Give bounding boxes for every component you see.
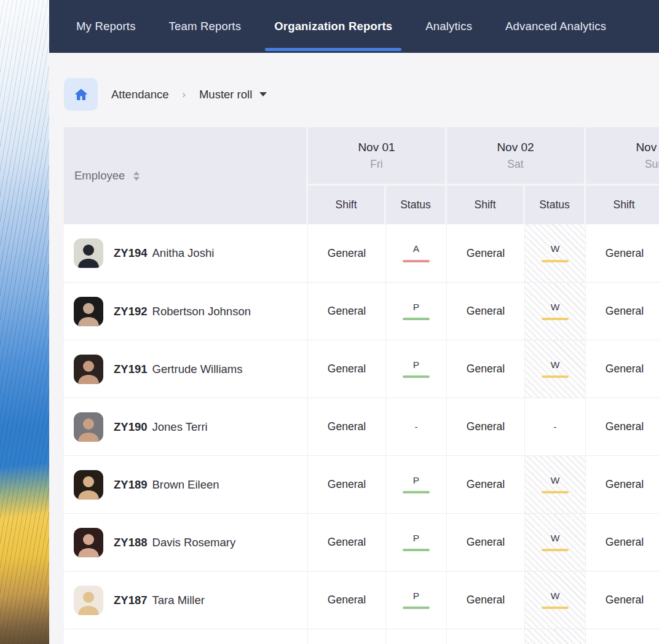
status-cell: P	[386, 340, 447, 398]
employee-id: ZY190	[114, 420, 148, 434]
status-cell: W	[525, 340, 586, 398]
employee-cell[interactable]: ZY187 Tara Miller	[64, 571, 308, 629]
status-cell: -	[525, 398, 586, 455]
breadcrumb-muster-roll[interactable]: Muster roll	[199, 88, 252, 101]
sort-icon[interactable]	[133, 171, 140, 181]
shift-cell: General	[447, 282, 525, 340]
status-cell: P	[386, 282, 447, 340]
shift-cell: General	[586, 455, 659, 513]
employee-cell[interactable]: ZY194 Anitha Joshi	[64, 224, 308, 282]
home-icon	[73, 87, 89, 103]
employee-name: Tara Miller	[152, 594, 205, 607]
status-cell: -	[386, 398, 447, 455]
shift-subheader: Shift	[308, 186, 386, 224]
home-button[interactable]	[64, 78, 98, 111]
tab-advanced-analytics[interactable]: Advanced Analytics	[505, 0, 606, 53]
status-cell: P	[386, 571, 447, 629]
avatar	[74, 470, 103, 500]
status-underline	[403, 549, 430, 551]
shift-cell: General	[308, 455, 386, 513]
status-underline	[403, 607, 430, 609]
employee-id: ZY194	[114, 246, 148, 260]
tab-my-reports[interactable]: My Reports	[76, 0, 136, 53]
tab-team-reports[interactable]: Team Reports	[169, 0, 242, 53]
status-letter: W	[551, 244, 560, 254]
shift-cell: General	[586, 513, 659, 571]
status-cell: P	[386, 455, 447, 513]
employee-cell[interactable]: ZY189 Brown Eileen	[64, 455, 308, 513]
employee-id: ZY189	[114, 478, 148, 492]
employee-name: Davis Rosemary	[152, 536, 236, 549]
status-cell: W	[525, 224, 586, 282]
status-subheader: Status	[386, 186, 447, 224]
shift-cell: General	[586, 282, 659, 340]
breadcrumb: Attendance › Muster roll	[49, 53, 659, 127]
day-of-week: Sat	[507, 158, 523, 171]
chevron-down-icon[interactable]	[259, 92, 267, 96]
employee-cell[interactable]: ZY190 Jones Terri	[64, 398, 308, 455]
shift-cell: General	[308, 282, 386, 340]
employee-cell[interactable]	[64, 629, 308, 644]
shift-cell	[447, 629, 525, 644]
shift-cell: General	[447, 340, 525, 398]
reports-app-window: My Reports Team Reports Organization Rep…	[49, 0, 659, 644]
tab-organization-reports[interactable]: Organization Reports	[274, 0, 392, 53]
day-date: Nov 02	[497, 141, 534, 154]
avatar	[74, 586, 103, 615]
employee-name: Brown Eileen	[152, 478, 219, 492]
employee-cell[interactable]: ZY192 Robertson Johnson	[64, 282, 308, 340]
tab-label: Analytics	[425, 20, 472, 33]
shift-cell: General	[308, 571, 386, 629]
avatar	[74, 528, 103, 557]
status-underline	[542, 491, 569, 493]
status-cell: W	[525, 455, 586, 513]
shift-cell: General	[308, 224, 386, 282]
employee-name: Gertrude Williams	[152, 363, 243, 376]
status-letter: W	[551, 533, 560, 543]
shift-subheader: Shift	[586, 186, 659, 224]
breadcrumb-chevron-icon: ›	[183, 89, 186, 100]
shift-cell: General	[447, 571, 525, 629]
status-letter: P	[413, 476, 419, 485]
top-navigation: My Reports Team Reports Organization Rep…	[49, 0, 659, 53]
employee-name: Robertson Johnson	[152, 305, 251, 318]
shift-cell: General	[586, 340, 659, 398]
status-underline	[542, 549, 569, 551]
status-letter: P	[413, 533, 419, 543]
shift-cell: General	[447, 513, 525, 571]
shift-cell: General	[586, 571, 659, 629]
status-cell: W	[525, 282, 586, 340]
status-underline	[542, 260, 569, 262]
status-cell: A	[386, 224, 447, 282]
employee-cell[interactable]: ZY188 Davis Rosemary	[64, 513, 308, 571]
breadcrumb-attendance[interactable]: Attendance	[111, 88, 169, 101]
status-underline	[403, 318, 430, 320]
employee-id: ZY192	[114, 305, 148, 318]
status-letter: -	[553, 422, 556, 432]
employee-cell[interactable]: ZY191 Gertrude Williams	[64, 340, 308, 398]
status-letter: P	[413, 591, 419, 601]
desktop-wallpaper-strip	[0, 0, 49, 644]
shift-cell: General	[447, 455, 525, 513]
shift-cell: General	[308, 513, 386, 571]
tab-label: My Reports	[76, 20, 136, 33]
tab-label: Advanced Analytics	[505, 20, 606, 33]
shift-cell	[308, 629, 386, 644]
day-of-week: Fri	[370, 158, 382, 171]
shift-cell: General	[308, 340, 386, 398]
day-date: Nov 03	[636, 141, 659, 154]
status-cell	[386, 629, 447, 644]
employee-id: ZY187	[114, 594, 148, 607]
employee-name: Jones Terri	[152, 420, 208, 434]
status-underline	[403, 375, 430, 378]
day-of-week: Sun	[645, 158, 659, 171]
avatar	[74, 412, 103, 442]
day-header-nov02: Nov 02 Sat	[447, 127, 586, 186]
employee-name: Anitha Joshi	[152, 246, 215, 260]
day-date: Nov 01	[358, 141, 395, 154]
tab-analytics[interactable]: Analytics	[425, 0, 472, 53]
employee-header-label: Employee	[74, 169, 125, 183]
status-underline	[542, 318, 569, 320]
status-underline	[542, 375, 569, 378]
employee-id: ZY191	[114, 363, 148, 376]
